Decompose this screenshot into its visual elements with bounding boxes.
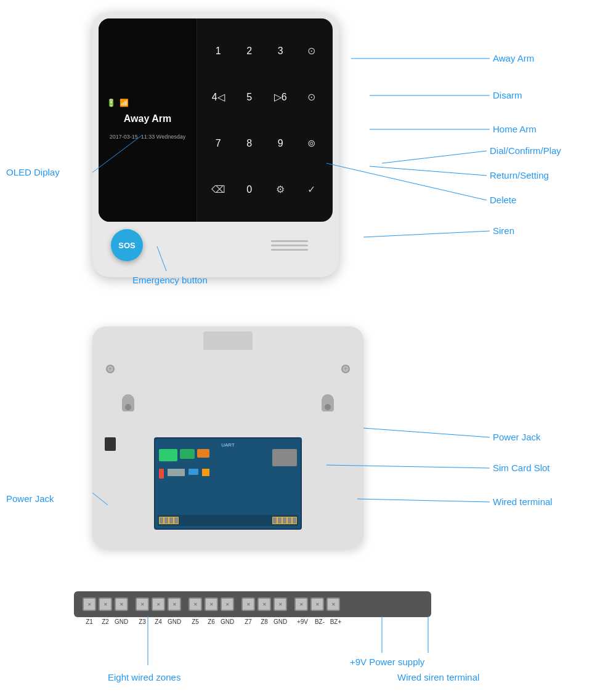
sos-button[interactable]: SOS (111, 229, 143, 261)
siren-grille (271, 240, 308, 251)
terminal-gnd3: ✕ (221, 597, 234, 611)
dial-confirm-label: Dial/Confirm/Play (490, 145, 561, 156)
grille-line-2 (271, 245, 308, 246)
keyhole-right (322, 382, 334, 424)
key-7[interactable]: 7 (208, 134, 228, 153)
screw-row-top (103, 362, 117, 376)
terminal-z8: ✕ (257, 597, 271, 611)
grille-line-1 (271, 240, 308, 242)
terminal-gnd4: ✕ (274, 597, 287, 611)
keyhole-left (122, 382, 134, 424)
terminal-z6: ✕ (205, 597, 218, 611)
label-z7: Z7 (241, 618, 255, 625)
label-gnd3: GND (221, 618, 234, 625)
label-z3: Z3 (136, 618, 149, 625)
front-bottom: SOS (99, 222, 333, 266)
key-2[interactable]: 2 (240, 41, 259, 61)
svg-line-5 (370, 166, 487, 176)
pcb-pin-7 (283, 517, 286, 524)
label-bz-plus: BZ+ (329, 618, 342, 625)
pcb-sim-slot (272, 449, 297, 466)
pcb-ic-1 (168, 469, 185, 476)
label-gnd1: GND (115, 618, 128, 625)
terminal-screw-z2: ✕ (99, 597, 112, 611)
key-9[interactable]: 9 (270, 134, 290, 153)
pcb-chip-2 (180, 449, 195, 459)
front-panel-section: 🔋 📶 Away Arm 2017-03-15 11:33 Wednesday … (0, 0, 616, 308)
screw-top-right (341, 365, 350, 373)
wired-terminal-label: Wired terminal (493, 496, 553, 507)
terminal-label-row: Z1 Z2 GND Z3 Z4 GND Z5 Z6 GND Z7 Z8 GND … (74, 617, 431, 626)
terminal-screw-z3: ✕ (136, 597, 149, 611)
terminal-screw-9v: ✕ (294, 597, 308, 611)
key-confirm[interactable]: ✓ (302, 180, 322, 200)
terminal-section: ✕ ✕ ✕ ✕ ✕ ✕ ✕ ✕ (0, 585, 616, 696)
power-jack-plug-area (103, 436, 117, 452)
terminal-z3: ✕ (136, 597, 149, 611)
power-jack-left (105, 437, 116, 451)
key-1[interactable]: 1 (208, 41, 228, 61)
svg-line-10 (363, 428, 490, 437)
pcb-terminal-right (272, 517, 297, 524)
delete-label: Delete (490, 195, 516, 205)
sim-card-slot-label: Sim Card Slot (493, 463, 550, 473)
oled-display-label: OLED Diplay (6, 167, 60, 177)
svg-line-7 (363, 231, 490, 237)
terminal-screw-z8: ✕ (257, 597, 271, 611)
label-9v: +9V (294, 618, 310, 625)
label-z4: Z4 (152, 618, 165, 625)
key-4[interactable]: 4◁ (208, 87, 228, 107)
key-5[interactable]: 5 (240, 87, 259, 107)
label-z6: Z6 (205, 618, 218, 625)
terminal-gnd1: ✕ (115, 597, 128, 611)
key-delete[interactable]: ⌫ (208, 180, 228, 200)
pcb-ic-2 (188, 469, 198, 475)
terminal-bz-minus: ✕ (310, 597, 324, 611)
away-arm-label: Away Arm (493, 53, 534, 63)
pcb-chip-3 (197, 449, 209, 458)
key-6[interactable]: ▷6 (270, 87, 290, 107)
svg-line-12 (357, 499, 490, 502)
back-panel-section: UART (0, 320, 616, 579)
pcb-pin-3 (169, 517, 173, 524)
terminal-screw-z1: ✕ (83, 597, 96, 611)
terminal-screw-z6: ✕ (205, 597, 218, 611)
key-disarm[interactable]: ⊙ (302, 87, 322, 107)
power-jack-right-label: Power Jack (493, 432, 541, 442)
pcb-pin-5 (273, 517, 277, 524)
key-3[interactable]: 3 (270, 41, 290, 61)
return-setting-label: Return/Setting (490, 170, 549, 180)
terminal-screw-bz-plus: ✕ (326, 597, 340, 611)
pcb-cap-1 (159, 469, 164, 479)
battery-icon: 🔋 (107, 99, 116, 107)
wired-siren-label: Wired siren terminal (397, 672, 479, 682)
key-8[interactable]: 8 (240, 134, 259, 153)
key-home-arm[interactable]: ⊚ (302, 134, 322, 153)
touchscreen-panel: 🔋 📶 Away Arm 2017-03-15 11:33 Wednesday … (99, 18, 333, 222)
key-setting[interactable]: ⚙ (270, 180, 290, 200)
screw-row-right (339, 362, 352, 376)
pcb-pin-6 (278, 517, 282, 524)
label-z1: Z1 (83, 618, 96, 625)
keypad-area: 1 2 3 ⊙ 4◁ 5 ▷6 ⊙ 7 8 9 ⊚ ⌫ 0 ⚙ ✓ (197, 18, 333, 222)
key-away-arm[interactable]: ⊙ (302, 41, 322, 61)
grille-line-3 (271, 249, 308, 251)
pcb-board: UART (154, 437, 302, 530)
pcb-pin-4 (174, 517, 178, 524)
home-arm-label: Home Arm (493, 124, 537, 134)
keyhole-slot-left (122, 394, 134, 411)
terminal-z7: ✕ (241, 597, 255, 611)
terminal-screw-gnd1: ✕ (115, 597, 128, 611)
svg-line-4 (382, 151, 487, 163)
power-jack-left-label: Power Jack (6, 493, 54, 504)
wifi-icon: 📶 (120, 99, 129, 107)
terminal-z2: ✕ (99, 597, 112, 611)
terminal-screw-gnd2: ✕ (168, 597, 181, 611)
key-0[interactable]: 0 (240, 180, 259, 200)
pcb-uart-label: UART (159, 442, 297, 448)
oled-datetime: 2017-03-15 11:33 Wednesday (110, 133, 185, 142)
label-gnd2: GND (168, 618, 181, 625)
disarm-label: Disarm (493, 90, 522, 100)
pcb-cap-2 (202, 469, 209, 476)
oled-status-bar: 🔋 📶 (103, 99, 129, 107)
